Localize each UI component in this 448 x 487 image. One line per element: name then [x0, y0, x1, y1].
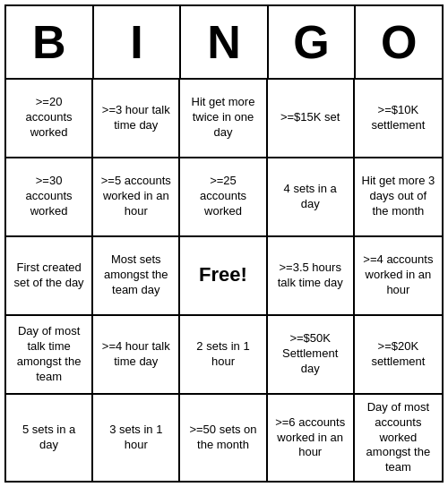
bingo-cell-6: >=5 accounts worked in an hour: [93, 158, 180, 237]
bingo-letter-i: I: [94, 6, 182, 80]
bingo-cell-1: >=3 hour talk time day: [93, 80, 180, 158]
bingo-letter-n: N: [181, 6, 269, 80]
bingo-grid: >=20 accounts worked>=3 hour talk time d…: [6, 80, 442, 481]
bingo-letter-b: B: [6, 6, 94, 80]
bingo-cell-8: 4 sets in a day: [268, 158, 355, 237]
bingo-cell-12: Free!: [180, 237, 267, 316]
bingo-cell-14: >=4 accounts worked in an hour: [355, 237, 442, 316]
bingo-cell-10: First created set of the day: [6, 237, 93, 316]
bingo-cell-19: >=$20K settlement: [355, 316, 442, 395]
bingo-cell-11: Most sets amongst the team day: [93, 237, 180, 316]
bingo-cell-24: Day of most accounts worked amongst the …: [355, 395, 442, 481]
bingo-header: BINGO: [6, 6, 442, 80]
bingo-letter-g: G: [269, 6, 357, 80]
bingo-cell-15: Day of most talk time amongst the team: [6, 316, 93, 395]
bingo-cell-9: Hit get more 3 days out of the month: [355, 158, 442, 237]
bingo-cell-2: Hit get more twice in one day: [180, 80, 267, 158]
bingo-cell-4: >=$10K settlement: [355, 80, 442, 158]
bingo-cell-0: >=20 accounts worked: [6, 80, 93, 158]
bingo-card: BINGO >=20 accounts worked>=3 hour talk …: [4, 4, 444, 483]
bingo-cell-16: >=4 hour talk time day: [93, 316, 180, 395]
bingo-cell-23: >=6 accounts worked in an hour: [268, 395, 355, 481]
bingo-cell-7: >=25 accounts worked: [180, 158, 267, 237]
bingo-cell-18: >=$50K Settlement day: [268, 316, 355, 395]
bingo-cell-17: 2 sets in 1 hour: [180, 316, 267, 395]
bingo-cell-21: 3 sets in 1 hour: [93, 395, 180, 481]
bingo-letter-o: O: [356, 6, 442, 80]
bingo-cell-13: >=3.5 hours talk time day: [268, 237, 355, 316]
bingo-cell-22: >=50 sets on the month: [180, 395, 267, 481]
bingo-cell-3: >=$15K set: [268, 80, 355, 158]
bingo-cell-20: 5 sets in a day: [6, 395, 93, 481]
bingo-cell-5: >=30 accounts worked: [6, 158, 93, 237]
